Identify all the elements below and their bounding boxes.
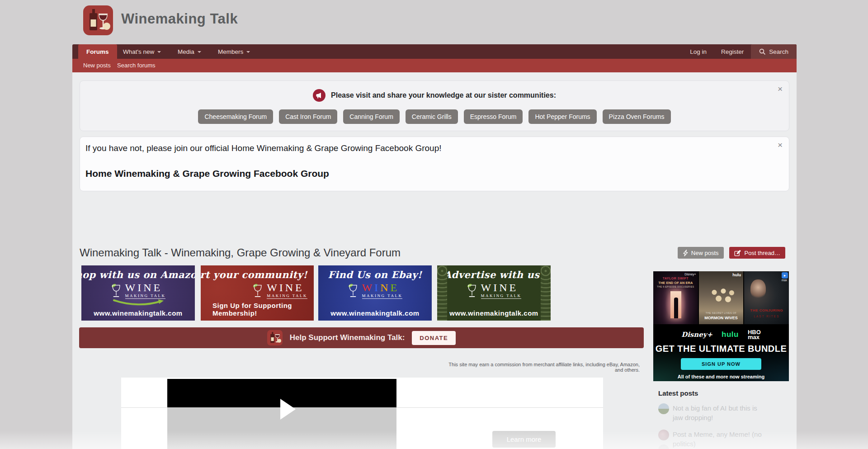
chevron-down-icon [198,51,201,53]
list-item[interactable]: Not a big fan of AI but this is jaw drop… [658,403,767,423]
post-thread-button[interactable]: Post thread… [729,247,786,259]
site-logo-icon [267,330,283,345]
poster-text: THE END OF AN ERA [653,281,698,285]
avatar[interactable] [658,403,669,414]
streaming-bundle-ad[interactable]: Disney+ TAYLOR SWIFT THE END OF AN ERA T… [653,271,789,381]
wine-glass-icon [252,284,263,298]
post-title-link[interactable]: Post a Meme, any Meme! (no politics) [673,430,777,449]
tab-forums[interactable]: Forums [78,44,117,59]
banner-brand-wine-ebay: WINE [362,282,403,293]
donate-button[interactable]: DONATE [412,331,456,345]
poster-artwork [703,285,740,310]
new-posts-button-label: New posts [691,250,719,256]
play-icon[interactable] [280,399,296,420]
page-title: Winemaking Talk - Winemaking, Grape Grow… [80,246,401,259]
search-icon [759,48,766,55]
main-navbar: Forums What's new Media Members Log in R… [72,44,797,59]
banner-ornament [541,265,551,321]
espresso-forum-button[interactable]: Espresso Forum [464,109,523,124]
tab-media-label: Media [178,48,194,55]
close-icon[interactable]: × [778,85,783,93]
banner-brand-wine: WINE [267,282,307,293]
banner-brand-sub: MAKING TALK [125,293,166,299]
close-icon[interactable]: × [778,141,783,149]
ebay-letter: I [374,282,380,293]
chevron-down-icon [246,51,250,53]
ebay-letter: E [391,282,400,293]
banner-ebay[interactable]: Find Us on Ebay! WINE MAKING TALK www.wi… [318,265,432,321]
search-forums-link[interactable]: Search forums [117,62,156,69]
edit-icon [734,250,741,256]
adchoices-icon[interactable]: ▸ [782,272,788,279]
sub-navbar: New posts Search forums [72,59,797,72]
banner-headline: Shop with us on Amazon! [81,269,195,280]
tab-members[interactable]: Members [218,44,250,59]
site-logo-icon[interactable] [83,5,113,35]
announcement-badge [313,89,326,102]
new-posts-button[interactable]: New posts [678,247,724,259]
hot-pepper-forums-button[interactable]: Hot Pepper Forums [528,109,596,124]
login-link[interactable]: Log in [690,48,707,55]
search-button[interactable]: Search [751,44,797,59]
new-posts-link[interactable]: New posts [83,62,111,69]
ad-poster-conjuring: max THE CONJURING LAST RITES [744,271,789,324]
learn-more-button[interactable]: Learn more [492,431,556,448]
megaphone-icon [316,92,323,99]
avatar[interactable] [658,430,669,440]
hulu-logo: hulu [722,330,739,339]
sister-communities-notice: × Please visit and share your knowledge … [80,80,789,131]
hbo-logo-line: max [748,334,760,340]
banner-brand-sub: MAKING TALK [481,293,522,299]
list-item[interactable] [658,444,669,449]
banner-brand-wine: WINE [125,282,166,293]
banner-advertise[interactable]: Advertise with us! WINE MAKING TALK www.… [437,265,551,321]
canning-forum-button[interactable]: Canning Forum [343,109,400,124]
pizza-oven-forums-button[interactable]: Pizza Oven Forums [603,109,671,124]
ad-bottom-panel: Disney+ hulu HBO max GET THE ULTIMATE BU… [653,324,789,381]
ad-poster-taylor-swift: Disney+ TAYLOR SWIFT THE END OF AN ERA T… [653,271,698,324]
donate-label: Help Support Winemaking Talk: [290,333,405,342]
latest-posts-heading: Latest posts [658,389,698,397]
poster-text: LAST RITES [744,315,789,318]
facebook-group-link[interactable]: Home Winemaking & Grape Growing Facebook… [85,168,329,179]
banner-brand-sub: MAKING TALK [362,293,403,299]
ebay-letter: N [380,282,390,293]
cast-iron-forum-button[interactable]: Cast Iron Forum [279,109,337,124]
facebook-notice-text: If you have not, please join our officia… [85,143,783,153]
video-ad-card: Learn more [121,378,603,449]
list-item[interactable]: Post a Meme, any Meme! (no politics) [658,430,777,449]
ceramic-grills-button[interactable]: Ceramic Grills [406,109,458,124]
tab-media[interactable]: Media [178,44,201,59]
notice-message: Please visit and share your knowledge at… [331,91,556,99]
banner-brand-wine: WINE [481,282,522,293]
register-link[interactable]: Register [721,48,744,55]
ebay-letter: W [362,282,375,293]
poster-artwork [750,279,766,299]
sign-up-now-button[interactable]: SIGN UP NOW [681,358,761,370]
avatar[interactable] [658,444,669,449]
tab-members-label: Members [218,48,243,55]
post-title-link[interactable]: Not a big fan of AI but this is jaw drop… [673,403,767,423]
max-logo: max [782,279,787,282]
banner-cta: Sign Up for Supporting Membership! [201,302,307,317]
poster-text: THE SECRET LIVES OF [699,312,744,314]
banner-amazon[interactable]: Shop with us on Amazon! WINE MAKING TALK… [81,265,195,321]
poster-text: THE CONJURING [744,308,789,312]
wine-glass-icon [348,284,359,298]
disney-plus-logo: Disney+ [684,273,696,276]
page: Winemaking Talk Forums What's new Media … [0,0,868,449]
hulu-logo: hulu [732,273,741,277]
post-thread-button-label: Post thread… [745,250,781,256]
poster-artwork [674,298,678,318]
tab-whats-new[interactable]: What's new [123,44,161,59]
cheesemaking-forum-button[interactable]: Cheesemaking Forum [198,109,273,124]
banner-url: www.winemakingtalk.com [449,309,538,317]
banner-headline: Advertise with us! [444,269,544,280]
poster-text: TAYLOR SWIFT [653,277,698,280]
affiliate-disclaimer: This site may earn a commission from mer… [441,362,640,373]
banner-url: www.winemakingtalk.com [94,309,182,317]
banner-membership[interactable]: Support your community! WINE MAKING TALK… [201,265,314,321]
disney-plus-logo: Disney+ [681,331,712,339]
banner-url: www.winemakingtalk.com [330,309,419,317]
tab-forums-label: Forums [86,48,109,55]
